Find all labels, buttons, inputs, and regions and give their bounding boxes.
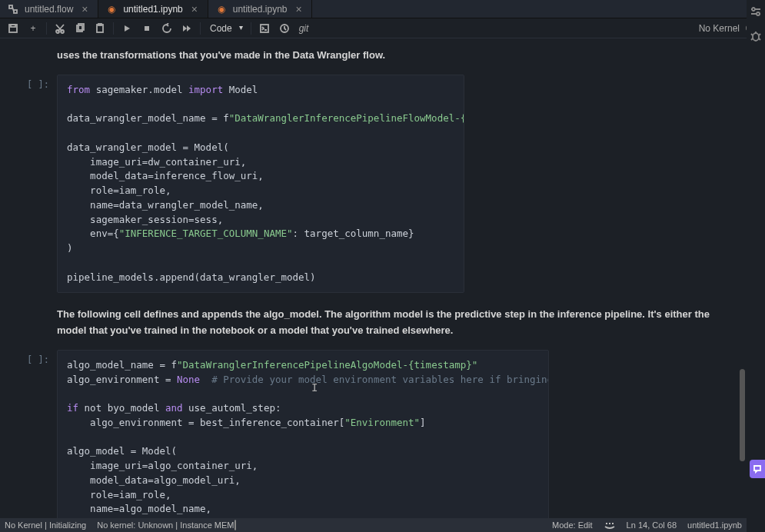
jupyter-icon: ◉ [216,4,227,15]
bug-icon[interactable] [749,29,763,43]
paste-button[interactable] [91,20,108,37]
svg-point-15 [753,33,759,41]
memory-pill-icon [234,520,236,530]
right-rail [747,0,765,532]
git-label[interactable]: git [296,23,312,34]
svg-point-14 [757,12,760,15]
tab-flow[interactable]: untitled.flow × [0,0,98,18]
restart-button[interactable] [158,20,175,37]
close-icon[interactable]: × [293,3,304,15]
cell-prompt: [ ]: [8,75,57,294]
text-cursor-icon: I [311,380,318,396]
svg-point-13 [752,8,755,11]
status-instance[interactable]: No kernel: Unknown | Instance MEM [97,520,235,530]
run-button[interactable] [118,20,135,37]
settings-icon[interactable] [749,5,763,18]
tab-label: untitled.flow [25,4,73,15]
notebook-area[interactable]: uses the transformations that you've mad… [0,38,765,518]
tab-bar: untitled.flow × ◉ untitled1.ipynb × ◉ un… [0,0,765,18]
cell-type-select[interactable]: Code [205,22,246,35]
tab-label: untitled.ipynb [233,4,288,15]
status-kernel[interactable]: No Kernel | Initializing [5,520,86,530]
toolbar: + Code git No Kernel [0,18,765,38]
fast-forward-button[interactable] [178,20,195,37]
aws-icon[interactable] [604,520,616,530]
svg-rect-10 [145,26,149,31]
save-button[interactable] [5,20,22,37]
add-cell-button[interactable]: + [25,20,42,37]
code-cell-1[interactable]: from sagemaker.model import Model data_w… [57,75,464,294]
svg-rect-0 [9,5,12,8]
svg-rect-1 [14,10,17,13]
markdown-text: uses the transformations that you've mad… [8,43,737,71]
flow-icon [8,4,18,15]
copy-button[interactable] [72,20,88,37]
status-bar: No Kernel | Initializing No kernel: Unkn… [0,518,765,532]
status-mode: Mode: Edit [552,520,593,530]
status-file: untitled1.ipynb [687,520,742,530]
status-position: Ln 14, Col 68 [627,520,677,530]
tab-notebook-2[interactable]: ◉ untitled.ipynb × [208,0,313,18]
svg-rect-3 [11,25,15,27]
close-icon[interactable]: × [79,3,90,15]
stop-button[interactable] [138,20,155,37]
markdown-text: The following cell defines and appends t… [8,302,737,347]
jupyter-icon: ◉ [106,4,117,15]
cell-prompt: [ ]: [8,350,57,518]
scrollbar-thumb[interactable] [740,369,745,461]
chat-bubble-button[interactable] [750,460,765,478]
code-cell-2[interactable]: algo_model_name = f"DataWranglerInferenc… [57,350,549,518]
close-icon[interactable]: × [189,3,200,15]
cut-button[interactable] [52,20,68,37]
kernel-label: No Kernel [699,23,740,34]
tab-notebook-1[interactable]: ◉ untitled1.ipynb × [98,0,208,18]
tab-label: untitled1.ipynb [123,4,182,15]
terminal-button[interactable] [256,20,273,37]
clock-button[interactable] [276,20,293,37]
